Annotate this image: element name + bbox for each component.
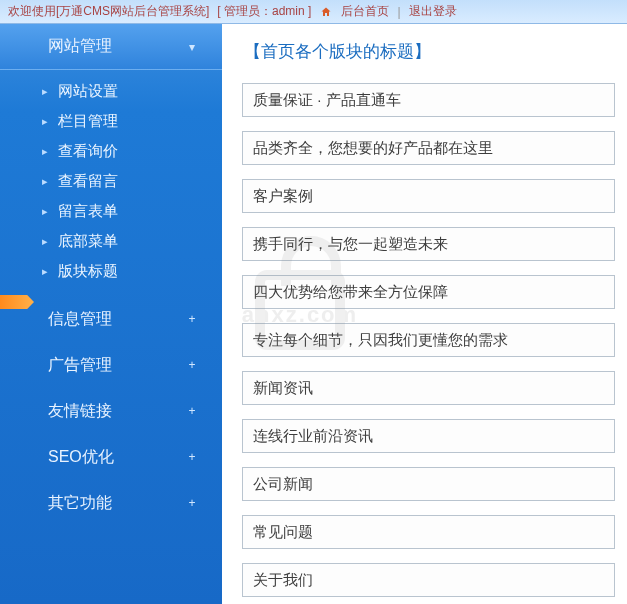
sidebar-item-column-manage[interactable]: 栏目管理 xyxy=(0,106,222,136)
menu-section-info-manage[interactable]: 信息管理 + xyxy=(0,296,222,342)
sidebar-item-site-settings[interactable]: 网站设置 xyxy=(0,76,222,106)
block-title-input[interactable]: 质量保证 · 产品直通车 xyxy=(242,83,615,117)
plus-icon: + xyxy=(186,451,198,463)
block-title-input[interactable]: 携手同行，与您一起塑造未来 xyxy=(242,227,615,261)
menu-section-label: 友情链接 xyxy=(48,401,112,422)
block-title-input[interactable]: 连线行业前沿资讯 xyxy=(242,419,615,453)
block-title-input[interactable]: 常见问题 xyxy=(242,515,615,549)
block-title-input[interactable]: 关于我们 xyxy=(242,563,615,597)
block-title-input[interactable]: 品类齐全，您想要的好产品都在这里 xyxy=(242,131,615,165)
menu-section-label: 信息管理 xyxy=(48,309,112,330)
sidebar-item-view-message[interactable]: 查看留言 xyxy=(0,166,222,196)
sidebar-item-block-title[interactable]: 版块标题 xyxy=(0,256,222,286)
separator: | xyxy=(397,5,400,19)
block-title-input[interactable]: 客户案例 xyxy=(242,179,615,213)
plus-icon: + xyxy=(186,405,198,417)
plus-icon: + xyxy=(186,359,198,371)
block-title-input[interactable]: 专注每个细节，只因我们更懂您的需求 xyxy=(242,323,615,357)
submenu: 网站设置 栏目管理 查看询价 查看留言 留言表单 底部菜单 版块标题 xyxy=(0,70,222,296)
sidebar-item-view-inquiry[interactable]: 查看询价 xyxy=(0,136,222,166)
top-bar: 欢迎使用[万通CMS网站后台管理系统] [ 管理员：admin ] 后台首页 |… xyxy=(0,0,627,24)
welcome-text: 欢迎使用[万通CMS网站后台管理系统] xyxy=(8,3,209,20)
block-title-input[interactable]: 新闻资讯 xyxy=(242,371,615,405)
admin-label: [ 管理员：admin ] xyxy=(217,3,311,20)
block-title-input[interactable]: 四大优势给您带来全方位保障 xyxy=(242,275,615,309)
main-content: 【首页各个版块的标题】 质量保证 · 产品直通车 品类齐全，您想要的好产品都在这… xyxy=(222,24,627,604)
menu-section-site-manage[interactable]: 网站管理 ▾ xyxy=(0,24,222,70)
plus-icon: + xyxy=(186,313,198,325)
chevron-down-icon: ▾ xyxy=(186,41,198,53)
block-title-input[interactable]: 公司新闻 xyxy=(242,467,615,501)
menu-section-friend-links[interactable]: 友情链接 + xyxy=(0,388,222,434)
link-backend-home[interactable]: 后台首页 xyxy=(341,3,389,20)
sidebar: 网站管理 ▾ 网站设置 栏目管理 查看询价 查看留言 留言表单 底部菜单 版块标… xyxy=(0,24,222,604)
menu-section-ad-manage[interactable]: 广告管理 + xyxy=(0,342,222,388)
active-arrow-icon xyxy=(0,295,34,309)
menu-section-label: 其它功能 xyxy=(48,493,112,514)
sidebar-item-message-form[interactable]: 留言表单 xyxy=(0,196,222,226)
menu-section-label: 广告管理 xyxy=(48,355,112,376)
link-logout[interactable]: 退出登录 xyxy=(409,3,457,20)
menu-section-label: 网站管理 xyxy=(48,36,112,57)
menu-section-label: SEO优化 xyxy=(48,447,114,468)
page-title: 【首页各个版块的标题】 xyxy=(242,40,615,63)
menu-section-other[interactable]: 其它功能 + xyxy=(0,480,222,526)
plus-icon: + xyxy=(186,497,198,509)
home-icon xyxy=(319,5,333,19)
menu-section-seo[interactable]: SEO优化 + xyxy=(0,434,222,480)
field-group: 质量保证 · 产品直通车 品类齐全，您想要的好产品都在这里 客户案例 携手同行，… xyxy=(242,83,615,597)
sidebar-item-footer-menu[interactable]: 底部菜单 xyxy=(0,226,222,256)
